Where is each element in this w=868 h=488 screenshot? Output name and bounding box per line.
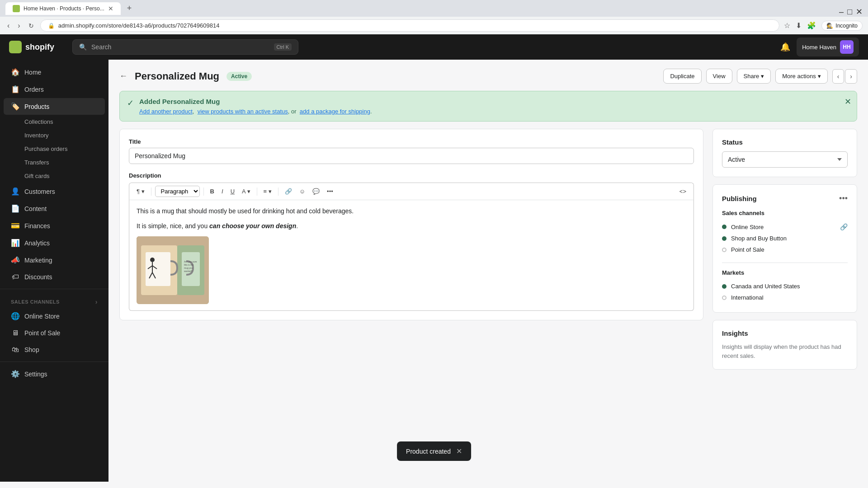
title-label: Title [129, 138, 694, 145]
tab-close-button[interactable]: ✕ [108, 5, 113, 12]
forward-button[interactable]: › [16, 21, 22, 31]
sidebar-label-analytics: Analytics [24, 239, 50, 247]
channel-online-store-eye-button[interactable]: 🔗 [840, 223, 848, 230]
sidebar-item-orders[interactable]: 📋 Orders [4, 81, 105, 98]
toast-notification: Product created ✕ [397, 441, 471, 461]
sidebar-item-collections[interactable]: Collections [17, 115, 105, 128]
online-store-icon: 🌐 [11, 312, 20, 320]
svg-rect-3 [146, 252, 170, 286]
link-button[interactable]: 🔗 [282, 186, 295, 197]
form-main: Title Description ¶ ▾ Paragraph Heading … [119, 129, 703, 377]
markets-title: Markets [722, 269, 848, 276]
sidebar-item-inventory[interactable]: Inventory [17, 129, 105, 142]
sidebar-item-point-of-sale[interactable]: 🖥 Point of Sale [4, 325, 105, 341]
publishing-menu-button[interactable]: ••• [839, 194, 848, 203]
sidebar-item-finances[interactable]: 💳 Finances [4, 217, 105, 234]
marketing-icon: 📣 [11, 256, 20, 264]
gift-cards-label: Gift cards [24, 173, 50, 179]
store-selector[interactable]: Home Haven HH [797, 38, 859, 56]
view-active-products-link[interactable]: view products with an active status [198, 108, 288, 115]
align-button[interactable]: ≡ ▾ [261, 186, 274, 197]
sidebar-item-customers[interactable]: 👤 Customers [4, 183, 105, 200]
paragraph-2-bold: can choose your own design [209, 222, 296, 230]
sidebar-item-purchase-orders[interactable]: Purchase orders [17, 142, 105, 155]
page-title: Personalized Mug [135, 70, 219, 82]
svg-text:Are you sure: Are you sure [184, 260, 197, 263]
back-to-products-button[interactable]: ← [119, 71, 127, 81]
sidebar-item-content[interactable]: 📄 Content [4, 200, 105, 217]
settings-icon: ⚙️ [11, 370, 20, 378]
shopify-logo[interactable]: shopify [9, 41, 54, 53]
sidebar-item-shop[interactable]: 🛍 Shop [4, 342, 105, 358]
notifications-button[interactable]: 🔔 [780, 42, 790, 52]
sidebar-item-products[interactable]: 🏷️ Products [4, 98, 105, 115]
maximize-button[interactable]: □ [847, 7, 852, 17]
sidebar-item-marketing[interactable]: 📣 Marketing [4, 252, 105, 268]
status-select[interactable]: Active Draft [722, 151, 848, 168]
rich-text-toolbar: ¶ ▾ Paragraph Heading 1 Heading 2 B I [129, 183, 694, 200]
sidebar: 🏠 Home 📋 Orders 🏷️ Products Collections … [0, 60, 108, 482]
minimize-button[interactable]: – [839, 7, 844, 17]
underline-button[interactable]: U [228, 186, 237, 197]
channel-shop-buy-button: Shop and Buy Button [722, 233, 848, 244]
search-bar[interactable]: 🔍 Search Ctrl K [72, 39, 298, 55]
sidebar-item-settings[interactable]: ⚙️ Settings [4, 366, 105, 382]
channel-shop-buy-label: Shop and Buy Button [731, 235, 787, 242]
sidebar-item-online-store[interactable]: 🌐 Online Store [4, 308, 105, 324]
duplicate-button[interactable]: Duplicate [663, 69, 701, 84]
reload-button[interactable]: ↻ [27, 21, 36, 30]
add-shipping-package-link[interactable]: add a package for shipping [300, 108, 370, 115]
next-product-button[interactable]: › [845, 69, 857, 84]
italic-button[interactable]: I [219, 186, 226, 197]
svg-text:wanted?: wanted? [184, 270, 193, 272]
view-button[interactable]: View [706, 69, 732, 84]
paragraph-select[interactable]: Paragraph Heading 1 Heading 2 [155, 186, 200, 197]
comment-button[interactable]: 💬 [310, 186, 322, 197]
format-button[interactable]: ¶ ▾ [134, 186, 147, 197]
page-content: ← Personalized Mug Active Duplicate View… [108, 60, 868, 482]
incognito-badge[interactable]: 🕵 Incognito [821, 21, 863, 31]
emoji-button[interactable]: ☺ [297, 186, 308, 197]
more-options-button[interactable]: ••• [324, 186, 336, 197]
text-color-button[interactable]: A ▾ [239, 186, 253, 197]
incognito-label: Incognito [835, 23, 858, 29]
close-window-button[interactable]: ✕ [856, 7, 863, 17]
channel-online-store-label: Online Store [731, 224, 764, 230]
notification-close-button[interactable]: ✕ [844, 97, 851, 107]
notification-content: Added Personalized Mug Add another produ… [139, 98, 849, 115]
sidebar-item-transfers[interactable]: Transfers [17, 156, 105, 169]
navigation-arrows: ‹ › [832, 69, 857, 84]
sidebar-item-analytics[interactable]: 📊 Analytics [4, 235, 105, 251]
description-content[interactable]: This is a mug that should mostly be used… [129, 200, 694, 311]
title-input[interactable] [129, 148, 694, 164]
address-bar[interactable]: 🔒 admin.shopify.com/store/de8143-a6/prod… [40, 19, 780, 32]
market-international-label: International [731, 294, 764, 301]
new-tab-button[interactable]: + [123, 2, 136, 15]
sidebar-item-discounts[interactable]: 🏷 Discounts [4, 269, 105, 285]
more-actions-button[interactable]: More actions ▾ [775, 69, 827, 84]
toast-close-button[interactable]: ✕ [456, 447, 462, 455]
analytics-icon: 📊 [11, 239, 20, 247]
browser-tab[interactable]: Home Haven · Products · Perso... ✕ [5, 2, 121, 15]
notification-title: Added Personalized Mug [139, 98, 849, 105]
code-button[interactable]: <> [677, 186, 689, 197]
toast-label: Product created [406, 448, 451, 455]
back-button[interactable]: ‹ [5, 21, 11, 31]
add-another-product-link[interactable]: Add another product [139, 108, 193, 115]
more-actions-label: More actions [782, 73, 816, 80]
inventory-label: Inventory [24, 132, 48, 139]
extensions-button[interactable]: 🧩 [807, 21, 816, 30]
lock-icon: 🔒 [48, 23, 55, 29]
check-icon: ✓ [127, 98, 134, 108]
share-button[interactable]: Share ▾ [737, 69, 771, 84]
channel-point-of-sale: Point of Sale [722, 244, 848, 255]
sidebar-item-home[interactable]: 🏠 Home [4, 64, 105, 80]
bookmark-button[interactable]: ☆ [784, 21, 790, 30]
bold-button[interactable]: B [208, 186, 217, 197]
download-button[interactable]: ⬇ [796, 21, 802, 30]
share-label: Share [744, 73, 760, 80]
prev-product-button[interactable]: ‹ [832, 69, 844, 84]
expand-icon[interactable]: › [95, 298, 98, 305]
sidebar-item-gift-cards[interactable]: Gift cards [17, 169, 105, 183]
publishing-card: Publishing ••• Sales channels Online Sto… [712, 184, 857, 313]
